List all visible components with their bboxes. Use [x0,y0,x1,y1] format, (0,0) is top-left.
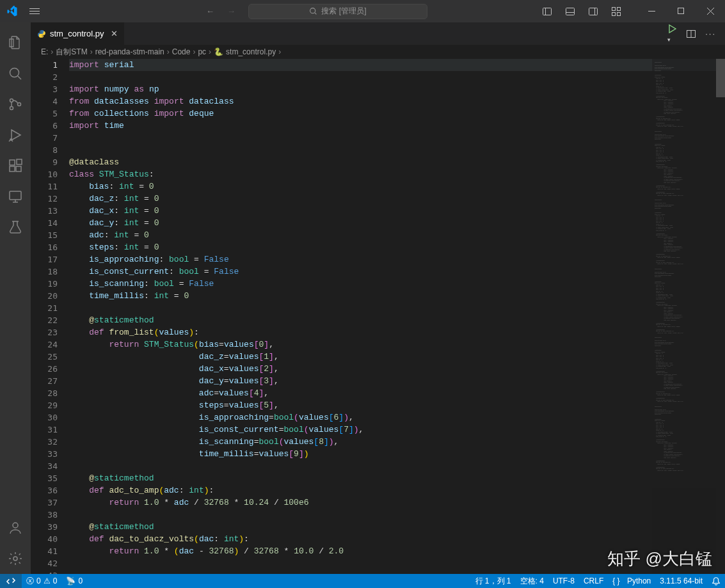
code-line[interactable]: time_millis: int = 0 [69,290,725,302]
problems-indicator[interactable]: ⓧ0 ⚠0 [22,576,61,587]
breadcrumb-part[interactable]: E: [41,47,48,56]
breadcrumb-part[interactable]: Code [172,47,191,56]
line-number: 25 [31,351,58,363]
svg-rect-6 [612,12,616,15]
nav-forward-icon[interactable]: → [227,6,235,16]
more-actions-icon[interactable]: ··· [705,29,716,38]
notifications-icon[interactable] [707,576,725,587]
breadcrumb-part[interactable]: pc [198,47,206,56]
code-line[interactable] [69,132,725,144]
remote-indicator-icon[interactable] [0,574,22,588]
python-interpreter[interactable]: 3.11.5 64-bit [655,576,707,587]
code-line[interactable]: import time [69,120,725,132]
code-line[interactable]: from collections import deque [69,107,725,120]
code-line[interactable]: return 1.0 * adc / 32768 * 10.24 / 100e6 [69,497,725,509]
code-line[interactable] [69,460,725,472]
eol-indicator[interactable]: CRLF [579,576,608,587]
code-editor[interactable]: 1234567891011121314151617181920212223242… [31,59,725,574]
svg-rect-5 [617,7,621,10]
language-mode[interactable]: { } Python [608,576,655,587]
encoding[interactable]: UTF-8 [548,576,579,587]
svg-rect-14 [10,160,15,165]
code-line[interactable]: steps: int = 0 [69,241,725,253]
code-line[interactable]: @dataclass [69,156,725,168]
breadcrumb-part[interactable]: 自制STM [56,47,87,58]
code-line[interactable]: class STM_Status: [69,168,725,180]
code-line[interactable]: @staticmethod [69,314,725,326]
customize-layout-icon[interactable] [605,1,628,22]
nav-back-icon[interactable]: ← [206,6,214,16]
code-line[interactable]: is_approaching=bool(values[6]), [69,411,725,424]
testing-icon[interactable] [0,212,31,242]
code-line[interactable] [69,569,725,574]
code-line[interactable]: bias: int = 0 [69,180,725,193]
run-button-icon[interactable]: ▾ [667,24,677,44]
minimap[interactable]: import serial import numpy as np from da… [652,59,716,574]
vertical-scrollbar[interactable] [716,59,725,574]
code-line[interactable]: import numpy as np [69,83,725,95]
explorer-icon[interactable] [0,28,31,58]
code-line[interactable] [69,302,725,314]
breadcrumb-part[interactable]: stm_control.py [226,47,276,56]
settings-gear-icon[interactable] [0,543,31,574]
line-number: 18 [31,266,58,278]
code-line[interactable]: dac_x=values[2], [69,363,725,375]
run-debug-icon[interactable] [0,120,31,150]
code-line[interactable]: @staticmethod [69,521,725,533]
command-center-search[interactable]: 搜索 [管理员] [248,4,427,19]
code-line[interactable]: @staticmethod [69,472,725,484]
code-line[interactable]: dac_x: int = 0 [69,205,725,217]
code-line[interactable]: def adc_to_amp(adc: int): [69,484,725,497]
cursor-position[interactable]: 行 1，列 1 [471,576,516,587]
code-line[interactable] [69,509,725,521]
extensions-icon[interactable] [0,150,31,181]
layout-bottom-icon[interactable] [559,1,582,22]
code-line[interactable]: dac_y: int = 0 [69,217,725,229]
window-minimize-icon[interactable] [637,0,666,22]
code-line[interactable]: is_scanning=bool(values[8]), [69,436,725,448]
code-line[interactable]: from dataclasses import dataclass [69,95,725,107]
window-maximize-icon[interactable] [666,0,696,22]
code-line[interactable]: dac_z=values[1], [69,351,725,363]
code-line[interactable]: def from_list(values): [69,326,725,338]
split-editor-icon[interactable] [686,29,696,39]
line-number: 22 [31,314,58,326]
tab-stm-control[interactable]: stm_control.py ✕ [31,22,125,45]
svg-rect-15 [10,166,15,171]
code-line[interactable] [69,144,725,156]
breadcrumb-part[interactable]: red-panda-stm-main [95,47,164,56]
layout-left-icon[interactable] [536,1,559,22]
window-close-icon[interactable] [696,0,725,22]
search-activity-icon[interactable] [0,58,31,89]
line-number-gutter: 1234567891011121314151617181920212223242… [31,59,69,574]
hamburger-menu-icon[interactable] [29,6,40,17]
code-line[interactable]: dac_z: int = 0 [69,193,725,205]
code-line[interactable]: import serial [69,59,725,71]
code-line[interactable]: is_scanning: bool = False [69,278,725,290]
scrollbar-thumb[interactable] [716,59,725,97]
code-line[interactable]: is_const_current=bool(values[7]), [69,424,725,436]
code-line[interactable]: is_approaching: bool = False [69,253,725,266]
code-line[interactable] [69,71,725,83]
code-line[interactable]: time_millis=values[9]) [69,448,725,460]
accounts-icon[interactable] [0,513,31,543]
code-line[interactable]: dac_y=values[3], [69,375,725,387]
code-line[interactable]: steps=values[5], [69,399,725,411]
ports-indicator[interactable]: 📡0 [61,576,87,585]
indentation[interactable]: 空格: 4 [516,576,548,587]
code-line[interactable]: adc=values[4], [69,387,725,399]
svg-point-20 [13,557,17,560]
line-number: 3 [31,83,58,95]
code-line[interactable]: def dac_to_dacz_volts(dac: int): [69,533,725,545]
code-content[interactable]: import serial import numpy as npfrom dat… [69,59,725,574]
code-line[interactable]: return STM_Status(bias=values[0], [69,338,725,351]
remote-explorer-icon[interactable] [0,181,31,212]
code-line[interactable]: adc: int = 0 [69,229,725,241]
code-line[interactable]: is_const_current: bool = False [69,266,725,278]
code-line[interactable] [69,557,725,569]
breadcrumb[interactable]: E:› 自制STM› red-panda-stm-main› Code› pc›… [31,45,725,59]
tab-close-icon[interactable]: ✕ [111,29,118,38]
code-line[interactable]: return 1.0 * (dac - 32768) / 32768 * 10.… [69,545,725,557]
source-control-icon[interactable] [0,89,31,120]
layout-right-icon[interactable] [582,1,605,22]
